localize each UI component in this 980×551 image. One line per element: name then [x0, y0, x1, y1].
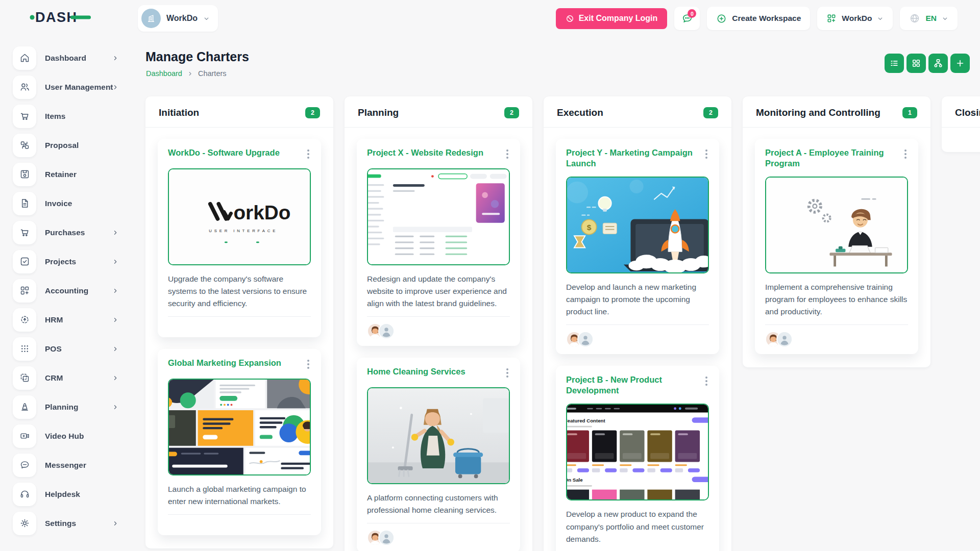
charter-card[interactable]: WorkDo - Software Upgrade orkDo USER INT…	[158, 139, 321, 337]
app-logo: DASH	[0, 8, 138, 29]
column-title: Planning	[358, 107, 399, 118]
sidebar-item-label: Items	[45, 112, 66, 121]
charter-card[interactable]: Project Y - Marketing Campaign Launch $ …	[556, 139, 719, 354]
charter-description: Redesign and update the company's websit…	[367, 273, 510, 310]
chevron-right-icon	[112, 55, 118, 61]
sidebar-item-label: Video Hub	[45, 432, 84, 441]
workspace-menu-button[interactable]: WorkDo	[817, 7, 893, 30]
card-menu-button[interactable]	[505, 366, 510, 380]
breadcrumb-dashboard-link[interactable]: Dashboard	[146, 69, 182, 78]
svg-text:orkDo: orkDo	[233, 202, 290, 223]
avatar-placeholder	[378, 323, 395, 339]
chevron-right-icon	[187, 71, 193, 77]
sidebar-item-hrm[interactable]: HRM	[0, 305, 138, 334]
kanban-board: Initiation 2 WorkDo - Software Upgrade o…	[145, 96, 980, 551]
column-title: Execution	[557, 107, 603, 118]
company-avatar-icon	[141, 9, 161, 28]
sidebar-item-purchases[interactable]: Purchases	[0, 218, 138, 247]
charter-card[interactable]: Project A - Employee Training Program Im…	[755, 139, 918, 354]
charter-image: $	[566, 177, 709, 273]
sidebar-item-label: Helpdesk	[45, 490, 80, 499]
charter-card[interactable]: Project B - New Product Development Feat…	[556, 366, 719, 551]
assignee-avatars	[765, 331, 908, 347]
language-selector[interactable]: EN	[900, 7, 958, 30]
card-menu-button[interactable]	[704, 147, 709, 161]
top-header: DASH WorkDo Exit Company Login	[0, 0, 980, 37]
sidebar-item-helpdesk[interactable]: Helpdesk	[0, 480, 138, 509]
chevron-down-icon	[942, 15, 948, 22]
sidebar-item-video-hub[interactable]: Video Hub	[0, 421, 138, 450]
chevron-right-icon	[112, 259, 118, 265]
sidebar-item-planning[interactable]: Planning	[0, 392, 138, 421]
assignee-avatars	[566, 331, 709, 347]
sidebar-item-projects[interactable]: Projects	[0, 247, 138, 276]
grid-view-button[interactable]	[906, 54, 926, 73]
charter-card[interactable]: Global Marketing Expansion	[158, 349, 321, 535]
avatar-placeholder	[378, 530, 395, 546]
sidebar-nav: Dashboard User Management Items Proposal…	[0, 37, 138, 551]
main-content: Manage Charters Dashboard Charters Initi…	[138, 37, 980, 551]
column-title: Closing	[955, 107, 980, 118]
sidebar-item-label: Planning	[45, 403, 78, 412]
sidebar-item-invoice[interactable]: Invoice	[0, 189, 138, 218]
card-menu-button[interactable]	[505, 147, 510, 161]
assignee-avatars	[367, 529, 510, 546]
chevron-right-icon	[112, 230, 118, 236]
charter-image	[367, 168, 510, 265]
column-count-badge: 1	[902, 107, 917, 118]
exit-company-login-button[interactable]: Exit Company Login	[556, 8, 668, 29]
card-menu-button[interactable]	[704, 374, 709, 388]
card-menu-button[interactable]	[306, 147, 311, 161]
company-selector[interactable]: WorkDo	[138, 5, 218, 32]
svg-text:Featured Content: Featured Content	[567, 418, 605, 423]
chat-bubble-icon	[13, 454, 36, 477]
sidebar-item-items[interactable]: Items	[0, 102, 138, 131]
sidebar-item-retainer[interactable]: Retainer	[0, 160, 138, 189]
company-name: WorkDo	[166, 14, 198, 23]
chevron-right-icon	[112, 84, 118, 90]
sidebar-item-settings[interactable]: Settings	[0, 509, 138, 538]
sidebar-item-label: Proposal	[45, 141, 79, 150]
sidebar-item-crm[interactable]: CRM	[0, 363, 138, 392]
sidebar-item-pos[interactable]: POS	[0, 334, 138, 363]
sidebar-item-label: Messenger	[45, 461, 86, 470]
list-view-button[interactable]	[885, 54, 904, 73]
charter-title[interactable]: Project A - Employee Training Program	[765, 147, 903, 169]
chevron-right-icon	[112, 520, 118, 527]
view-toolbar	[885, 54, 970, 73]
charter-image	[168, 379, 311, 475]
ban-icon	[566, 14, 574, 23]
target-dashed-icon	[13, 308, 36, 332]
charter-title[interactable]: Home Cleaning Services	[367, 366, 471, 377]
card-menu-button[interactable]	[903, 147, 908, 161]
sidebar-item-dashboard[interactable]: Dashboard	[0, 43, 138, 72]
charter-image	[765, 177, 908, 273]
check-square-icon	[13, 250, 36, 273]
copy-icon	[13, 366, 36, 390]
board-column-initiation: Initiation 2 WorkDo - Software Upgrade o…	[145, 96, 333, 548]
card-footer-spacer	[168, 317, 311, 331]
charter-title[interactable]: Project B - New Product Development	[566, 374, 704, 396]
dots-grid-icon	[13, 337, 36, 361]
users-icon	[13, 76, 36, 99]
chevron-down-icon	[877, 15, 884, 22]
sidebar-item-accounting[interactable]: Accounting	[0, 276, 138, 305]
sidebar-item-messenger[interactable]: Messenger	[0, 450, 138, 480]
language-code: EN	[925, 14, 937, 23]
charter-description: Implement a comprehensive training progr…	[765, 281, 908, 318]
charter-card[interactable]: Project X - Website Redesign Redesign an…	[357, 139, 520, 346]
charter-card[interactable]: Home Cleaning Services A platform connec…	[357, 358, 520, 551]
charter-title[interactable]: Global Marketing Expansion	[168, 358, 286, 368]
add-button[interactable]	[950, 54, 970, 73]
circle-plus-icon	[716, 13, 727, 24]
charter-title[interactable]: Project Y - Marketing Campaign Launch	[566, 147, 704, 169]
video-camera-icon	[13, 424, 36, 448]
charter-title[interactable]: Project X - Website Redesign	[367, 147, 488, 158]
messages-button[interactable]: 0	[674, 7, 700, 30]
sidebar-item-user-management[interactable]: User Management	[0, 72, 138, 102]
hierarchy-view-button[interactable]	[928, 54, 948, 73]
sidebar-item-proposal[interactable]: Proposal	[0, 131, 138, 160]
card-menu-button[interactable]	[306, 358, 311, 371]
create-workspace-button[interactable]: Create Workspace	[707, 7, 810, 30]
charter-title[interactable]: WorkDo - Software Upgrade	[168, 147, 285, 158]
